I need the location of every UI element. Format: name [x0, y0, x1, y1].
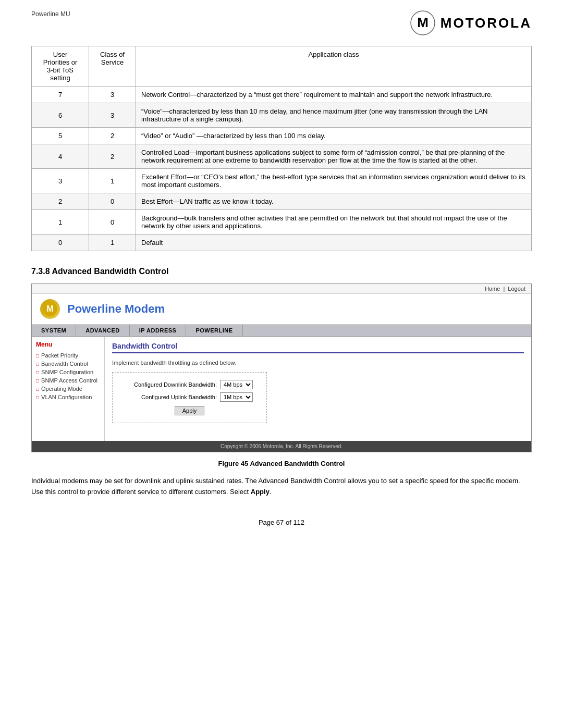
description-cell: “Video” or “Audio” —characterized by les…	[136, 128, 532, 144]
screenshot-title: Powerline Modem	[67, 302, 165, 316]
priority-cell: 3	[32, 169, 89, 193]
table-row: 31Excellent Effort—or “CEO’s best effort…	[32, 169, 532, 193]
logout-link[interactable]: Logout	[508, 286, 525, 292]
motorola-brand: MOTOROLA	[440, 15, 532, 31]
table-row: 10Background—bulk transfers and other ac…	[32, 210, 532, 235]
description-cell: Best Effort—LAN traffic as we know it to…	[136, 193, 532, 210]
body-text: Individual modems may be set for downlin…	[31, 476, 532, 498]
nav-powerline[interactable]: POWERLINE	[186, 325, 242, 336]
section-title: Advanced Bandwidth Control	[52, 267, 168, 276]
table-row: 52“Video” or “Audio” —characterized by l…	[32, 128, 532, 144]
description-cell: Network Control—characterized by a “must…	[136, 87, 532, 103]
content-title: Bandwidth Control	[112, 342, 524, 353]
table-row: 63“Voice”—characterized by less than 10 …	[32, 103, 532, 128]
figure-caption: Figure 45 Advanced Bandwidth Control	[31, 460, 532, 467]
product-label: Powerline MU	[31, 10, 70, 18]
apply-emphasis: Apply	[251, 488, 270, 496]
sidebar-item-vlan-config[interactable]: □ VLAN Configuration	[36, 394, 100, 400]
section-heading: 7.3.8 Advanced Bandwidth Control	[31, 267, 532, 276]
svg-text:M: M	[417, 15, 429, 30]
menu-label-4: SNMP Access Control	[41, 377, 97, 384]
screenshot-logo-icon: M	[40, 299, 60, 319]
menu-label-6: VLAN Configuration	[41, 394, 92, 400]
menu-icon-3: □	[36, 369, 39, 375]
sidebar-item-bandwidth-control[interactable]: □ Bandwidth Control	[36, 361, 100, 367]
menu-label-2: Bandwidth Control	[41, 361, 88, 367]
menu-label-5: Operating Mode	[41, 386, 82, 392]
menu-icon-2: □	[36, 361, 39, 367]
svg-text:M: M	[46, 304, 54, 313]
bandwidth-form: Configured Downlink Bandwidth: 4M bps Co…	[112, 372, 267, 423]
col-priority: UserPriorities or3-bit ToSsetting	[32, 46, 89, 87]
screenshot-content: Bandwidth Control Implement bandwidth th…	[105, 337, 531, 441]
description-cell: “Voice”—characterized by less than 10 ms…	[136, 103, 532, 128]
downlink-select[interactable]: 4M bps	[220, 380, 253, 389]
col-cos: Class ofService	[89, 46, 136, 87]
screenshot-nav: SYSTEM ADVANCED IP ADDRESS POWERLINE	[32, 325, 531, 337]
cos-cell: 2	[89, 128, 136, 144]
menu-title: Menu	[36, 341, 100, 348]
screenshot-box: Home | Logout M Powerline Modem SYSTEM A…	[31, 283, 532, 452]
sidebar-item-packet-priority[interactable]: □ Packet Priority	[36, 352, 100, 359]
priority-cell: 7	[32, 87, 89, 103]
uplink-row: Configured Uplink Bandwidth: 1M bps	[123, 392, 256, 402]
menu-label-3: SNMP Configuration	[41, 369, 93, 375]
screenshot-header: M Powerline Modem	[32, 294, 531, 325]
motorola-logo: M MOTOROLA	[410, 10, 532, 35]
priority-cell: 1	[32, 210, 89, 235]
content-desc: Implement bandwidth throttling as define…	[112, 360, 524, 366]
description-cell: Default	[136, 235, 532, 251]
sidebar-item-snmp-access[interactable]: □ SNMP Access Control	[36, 377, 100, 384]
col-app-class: Application class	[136, 46, 532, 87]
uplink-select[interactable]: 1M bps	[220, 392, 253, 402]
table-row: 20Best Effort—LAN traffic as we know it …	[32, 193, 532, 210]
nav-system[interactable]: SYSTEM	[32, 325, 76, 336]
screenshot-sidebar: Menu □ Packet Priority □ Bandwidth Contr…	[32, 337, 105, 441]
table-row: 42Controlled Load—important business app…	[32, 144, 532, 169]
separator: |	[503, 286, 505, 292]
nav-ip-address[interactable]: IP ADDRESS	[130, 325, 187, 336]
priority-cell: 5	[32, 128, 89, 144]
priority-cell: 2	[32, 193, 89, 210]
downlink-label: Configured Downlink Bandwidth:	[123, 381, 217, 388]
menu-icon-1: □	[36, 353, 39, 359]
menu-icon-5: □	[36, 386, 39, 392]
screenshot-footer: Copyright © 2006 Motorola, Inc. All Righ…	[32, 441, 531, 452]
description-cell: Controlled Load—important business appli…	[136, 144, 532, 169]
cos-cell: 2	[89, 144, 136, 169]
cos-cell: 3	[89, 103, 136, 128]
table-row: 01Default	[32, 235, 532, 251]
motorola-m-icon: M	[410, 10, 435, 35]
cos-cell: 0	[89, 210, 136, 235]
screenshot-body: Menu □ Packet Priority □ Bandwidth Contr…	[32, 337, 531, 441]
menu-label-1: Packet Priority	[41, 352, 78, 359]
description-cell: Background—bulk transfers and other acti…	[136, 210, 532, 235]
page-header: Powerline MU M MOTOROLA	[31, 10, 532, 35]
table-row: 73Network Control—characterized by a “mu…	[32, 87, 532, 103]
cos-cell: 1	[89, 235, 136, 251]
screenshot-topbar: Home | Logout	[32, 284, 531, 294]
sidebar-item-snmp-config[interactable]: □ SNMP Configuration	[36, 369, 100, 375]
cos-cell: 1	[89, 169, 136, 193]
home-link[interactable]: Home	[485, 286, 500, 292]
priority-table: UserPriorities or3-bit ToSsetting Class …	[31, 46, 532, 251]
priority-cell: 0	[32, 235, 89, 251]
priority-cell: 4	[32, 144, 89, 169]
sidebar-item-operating-mode[interactable]: □ Operating Mode	[36, 386, 100, 392]
menu-icon-6: □	[36, 394, 39, 400]
cos-cell: 0	[89, 193, 136, 210]
page-footer: Page 67 of 112	[31, 519, 532, 526]
nav-advanced[interactable]: ADVANCED	[76, 325, 130, 336]
downlink-row: Configured Downlink Bandwidth: 4M bps	[123, 380, 256, 389]
cos-cell: 3	[89, 87, 136, 103]
apply-row: Apply	[123, 406, 256, 415]
description-cell: Excellent Effort—or “CEO’s best effort,”…	[136, 169, 532, 193]
apply-button[interactable]: Apply	[175, 406, 205, 415]
priority-cell: 6	[32, 103, 89, 128]
section-number: 7.3.8	[31, 267, 50, 276]
menu-icon-4: □	[36, 378, 39, 384]
uplink-label: Configured Uplink Bandwidth:	[123, 394, 217, 400]
